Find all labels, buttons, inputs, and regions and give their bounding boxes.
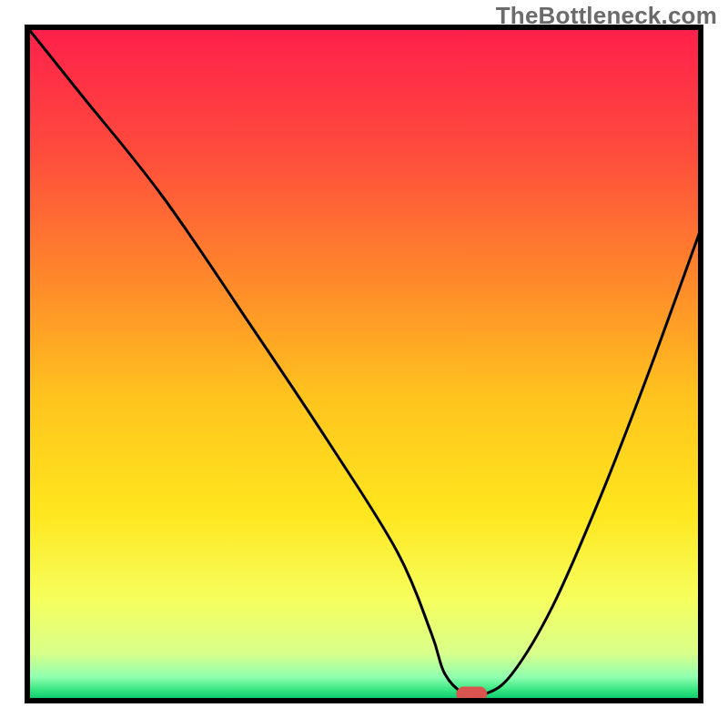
bottleneck-chart: TheBottleneck.com: [0, 0, 728, 728]
watermark-label: TheBottleneck.com: [496, 2, 717, 30]
plot-background: [27, 27, 701, 701]
chart-svg: [0, 0, 728, 728]
